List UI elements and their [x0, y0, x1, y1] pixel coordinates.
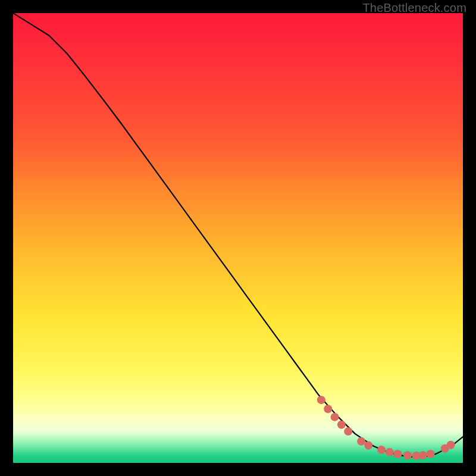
- plot-area: [13, 13, 463, 463]
- watermark-text: TheBottleneck.com: [362, 1, 466, 15]
- highlight-dot: [447, 441, 455, 449]
- highlight-dot: [337, 421, 346, 429]
- highlight-dots: [317, 396, 455, 460]
- chart-frame: TheBottleneck.com: [0, 0, 476, 476]
- highlight-dot: [427, 450, 435, 458]
- highlight-dot: [357, 437, 365, 446]
- highlight-dot: [393, 450, 402, 458]
- highlight-dot: [364, 441, 372, 450]
- curve-layer: [13, 13, 463, 463]
- highlight-dot: [419, 451, 427, 459]
- highlight-dot: [317, 396, 325, 404]
- bottleneck-curve: [13, 13, 463, 457]
- highlight-dot: [344, 427, 352, 436]
- highlight-dot: [377, 446, 386, 454]
- highlight-dot: [386, 448, 394, 456]
- highlight-dot: [331, 413, 339, 421]
- highlight-dot: [403, 451, 412, 459]
- highlight-dot: [324, 405, 332, 413]
